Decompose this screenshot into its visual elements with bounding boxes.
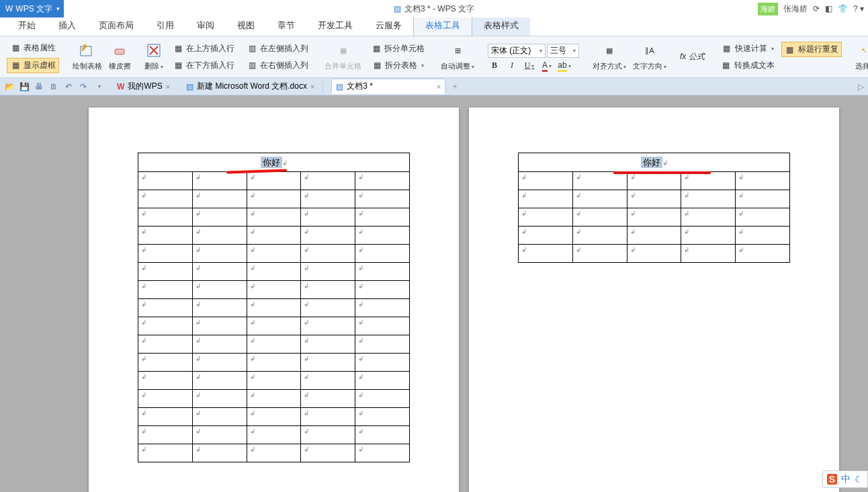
- table-cell[interactable]: ↲: [355, 408, 410, 426]
- table-page-2[interactable]: 你好↲↲↲↲↲↲↲↲↲↲↲↲↲↲↲↲↲↲↲↲↲↲↲↲↲↲: [518, 153, 790, 263]
- delete-button[interactable]: 删除▾: [142, 41, 166, 73]
- table-cell[interactable]: ↲: [247, 299, 301, 317]
- table-cell[interactable]: ↲: [355, 390, 410, 408]
- table-cell[interactable]: ↲: [247, 426, 301, 444]
- table-cell[interactable]: ↲: [138, 426, 193, 444]
- select-button[interactable]: ↖选择▾: [853, 41, 868, 73]
- table-cell[interactable]: ↲: [627, 172, 681, 190]
- tab-page-layout[interactable]: 页面布局: [87, 15, 145, 36]
- split-cell-button[interactable]: ▦拆分单元格: [368, 42, 427, 56]
- table-cell[interactable]: ↲: [192, 172, 247, 190]
- autofit-button[interactable]: ⊞自动调整▾: [438, 41, 477, 73]
- insert-col-right-button[interactable]: ▥在右侧插入列: [244, 58, 311, 73]
- table-cell[interactable]: ↲: [519, 190, 573, 208]
- document-canvas[interactable]: 你好↲↲↲↲↲↲↲↲↲↲↲↲↲↲↲↲↲↲↲↲↲↲↲↲↲↲↲↲↲↲↲↲↲↲↲↲↲↲…: [0, 95, 868, 492]
- qat-more-icon[interactable]: ▾: [94, 81, 105, 92]
- table-cell[interactable]: ↲: [355, 444, 410, 462]
- table-cell[interactable]: ↲: [627, 208, 681, 227]
- table-cell[interactable]: ↲: [192, 227, 247, 245]
- table-cell[interactable]: ↲: [138, 172, 193, 190]
- redo-icon[interactable]: ↷: [78, 81, 89, 92]
- sync-icon[interactable]: ⟳: [813, 4, 820, 13]
- table-cell[interactable]: ↲: [519, 245, 573, 263]
- table-cell[interactable]: ↲: [572, 172, 627, 190]
- table-cell[interactable]: ↲: [355, 190, 410, 208]
- print-icon[interactable]: 🖶: [34, 81, 44, 92]
- table-cell[interactable]: ↲: [247, 335, 301, 354]
- table-cell[interactable]: ↲: [192, 444, 247, 462]
- insert-row-below-button[interactable]: ▦在下方插入行: [170, 58, 237, 73]
- table-cell[interactable]: ↲: [247, 390, 301, 408]
- table-cell[interactable]: ↲: [138, 245, 193, 263]
- new-tab-button[interactable]: ＋: [449, 81, 460, 92]
- table-cell[interactable]: ↲: [301, 372, 355, 390]
- table-cell[interactable]: ↲: [355, 299, 410, 317]
- quick-calc-button[interactable]: ▦快速计算▾: [719, 42, 777, 56]
- open-icon[interactable]: 📂: [4, 81, 15, 92]
- user-avatar-badge[interactable]: 海娇: [758, 3, 778, 15]
- table-properties-button[interactable]: ▦表格属性: [7, 41, 58, 55]
- table-page-1[interactable]: 你好↲↲↲↲↲↲↲↲↲↲↲↲↲↲↲↲↲↲↲↲↲↲↲↲↲↲↲↲↲↲↲↲↲↲↲↲↲↲…: [138, 153, 410, 462]
- table-cell[interactable]: ↲: [247, 263, 301, 281]
- table-cell[interactable]: ↲: [519, 208, 573, 227]
- table-cell[interactable]: ↲: [355, 172, 410, 190]
- table-cell[interactable]: ↲: [192, 281, 247, 299]
- table-cell[interactable]: ↲: [301, 245, 355, 263]
- table-cell[interactable]: ↲: [681, 172, 736, 190]
- font-size-select[interactable]: 三号▾: [547, 44, 579, 58]
- table-cell[interactable]: ↲: [138, 281, 193, 299]
- eraser-button[interactable]: 橡皮擦: [106, 41, 134, 73]
- close-icon[interactable]: ×: [166, 83, 170, 91]
- table-cell[interactable]: ↲: [192, 317, 247, 335]
- table-cell[interactable]: ↲: [301, 263, 355, 281]
- doc-tab-1[interactable]: ▤新建 Microsoft Word 文档.docx×: [182, 79, 318, 93]
- table-cell[interactable]: ↲: [681, 208, 736, 227]
- table-cell[interactable]: ↲: [736, 227, 790, 245]
- underline-button[interactable]: U▾: [523, 60, 536, 71]
- table-cell[interactable]: ↲: [355, 281, 410, 299]
- table-cell[interactable]: ↲: [138, 190, 193, 208]
- align-button[interactable]: ▦对齐方式▾: [590, 41, 629, 73]
- table-cell[interactable]: ↲: [572, 208, 627, 227]
- tab-table-style[interactable]: 表格样式: [472, 15, 530, 36]
- table-cell[interactable]: ↲: [301, 354, 355, 372]
- table-cell[interactable]: ↲: [247, 408, 301, 426]
- table-cell[interactable]: ↲: [301, 190, 355, 208]
- table-cell[interactable]: ↲: [736, 190, 790, 208]
- table-cell[interactable]: ↲: [519, 172, 573, 190]
- tab-insert[interactable]: 插入: [47, 15, 87, 36]
- table-cell[interactable]: ↲: [192, 390, 247, 408]
- table-cell[interactable]: ↲: [572, 227, 627, 245]
- tab-table-tools[interactable]: 表格工具: [413, 15, 472, 36]
- table-cell[interactable]: ↲: [247, 317, 301, 335]
- table-cell[interactable]: ↲: [355, 372, 410, 390]
- tab-view[interactable]: 视图: [226, 15, 266, 36]
- italic-button[interactable]: I: [505, 60, 519, 71]
- table-cell[interactable]: ↲: [247, 172, 301, 190]
- draw-table-button[interactable]: 绘制表格: [70, 41, 105, 73]
- formula-button[interactable]: fx 公式: [677, 41, 707, 73]
- table-cell[interactable]: ↲: [301, 390, 355, 408]
- split-table-button[interactable]: ▦拆分表格▾: [369, 58, 427, 73]
- undo-icon[interactable]: ↶: [63, 81, 74, 92]
- table-cell[interactable]: ↲: [355, 317, 410, 335]
- doc-tab-2[interactable]: ▤文档3 *×: [331, 79, 445, 94]
- table-cell[interactable]: ↲: [301, 208, 355, 227]
- table-cell[interactable]: ↲: [301, 317, 355, 335]
- table-cell[interactable]: ↲: [247, 208, 301, 227]
- table-cell[interactable]: ↲: [192, 426, 247, 444]
- table-cell[interactable]: ↲: [301, 227, 355, 245]
- table-cell[interactable]: ↲: [138, 227, 193, 245]
- table-cell[interactable]: ↲: [301, 426, 355, 444]
- table-cell[interactable]: ↲: [192, 190, 247, 208]
- table-cell[interactable]: ↲: [138, 263, 193, 281]
- tab-review[interactable]: 审阅: [185, 15, 226, 36]
- app-menu-button[interactable]: W WPS 文字 ▾: [0, 0, 64, 17]
- table-cell[interactable]: ↲: [192, 408, 247, 426]
- help-icon[interactable]: ? ▾: [853, 4, 864, 13]
- table-cell[interactable]: ↲: [247, 245, 301, 263]
- table-cell[interactable]: ↲: [627, 227, 681, 245]
- table-cell[interactable]: ↲: [247, 444, 301, 462]
- table-cell[interactable]: ↲: [681, 245, 736, 263]
- table-cell[interactable]: ↲: [519, 227, 573, 245]
